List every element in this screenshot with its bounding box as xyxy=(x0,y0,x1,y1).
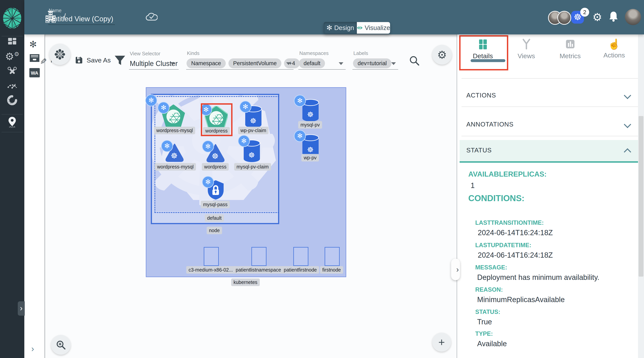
zoom-in-button[interactable] xyxy=(51,335,71,355)
namespace-label[interactable]: default xyxy=(205,214,224,222)
node-label[interactable]: patientlistnamespace xyxy=(234,266,284,274)
sidebar-item-environment[interactable] xyxy=(0,116,24,128)
pv-wp-pv[interactable]: ☸ ✻ xyxy=(302,134,320,157)
sidebar-item-lifecycle[interactable]: ⚙⚙ xyxy=(0,51,24,62)
node-label[interactable]: firstnode xyxy=(320,266,343,274)
labels-arrow-icon[interactable] xyxy=(391,62,396,65)
kind-chip[interactable]: PersistentVolume xyxy=(228,58,281,68)
deployment-wordpress-mysql[interactable]: ✻ xyxy=(162,104,185,128)
pod-wordpress-mysql[interactable]: ☸ ✻ xyxy=(165,143,184,162)
tab-label: Actions xyxy=(592,51,636,59)
tools-icon xyxy=(7,67,17,76)
meshery-badge: ✻ xyxy=(294,130,306,142)
panel-scrollbar-thumb[interactable] xyxy=(638,116,644,277)
node-name-label[interactable]: node xyxy=(206,227,222,234)
node-label[interactable]: wordpress-mysql xyxy=(154,127,195,134)
sidebar-item-configuration[interactable] xyxy=(0,67,24,76)
sidebar-item-performance[interactable] xyxy=(0,81,24,89)
label-chip[interactable]: dev=tutorial xyxy=(353,58,392,68)
node-patientlistnamespace[interactable] xyxy=(252,247,266,266)
tab-label: Views xyxy=(504,52,548,60)
meshery-badge: ✻ xyxy=(294,95,306,107)
namespace-chip[interactable]: default xyxy=(299,58,325,68)
view-selector-arrow-icon[interactable] xyxy=(170,62,175,65)
sidebar-item-extensions[interactable] xyxy=(0,95,24,105)
settings-gear-icon[interactable]: ⚙ xyxy=(592,11,602,23)
section-actions[interactable]: ACTIONS xyxy=(466,92,496,99)
meshery-badge: ✻ xyxy=(202,140,214,152)
add-node-button[interactable]: + xyxy=(432,333,451,352)
node-label[interactable]: mysql-pv-claim xyxy=(234,163,271,170)
lasttransitiontime-key: LASTTRANSITIONTIME: xyxy=(475,219,544,226)
node-patientfirstnode[interactable] xyxy=(293,247,308,266)
node-label[interactable]: wordpress-mysql xyxy=(155,163,196,170)
rail-expand-chevron-icon[interactable]: › xyxy=(31,344,34,353)
node-c3-medium[interactable] xyxy=(204,247,219,266)
node-label[interactable]: wp-pv xyxy=(302,154,319,161)
node-firstnode[interactable] xyxy=(324,247,340,266)
mesh-icon xyxy=(54,49,65,60)
tab-views[interactable]: Views xyxy=(504,39,548,60)
visualize-tab[interactable]: Visualize xyxy=(357,22,390,34)
user-avatar[interactable] xyxy=(625,9,641,25)
design-spiral-icon[interactable]: ✻ xyxy=(29,39,37,50)
pod-wordpress[interactable]: ☸ ✻ xyxy=(206,143,225,163)
tab-metrics[interactable]: Metrics xyxy=(548,39,592,60)
kinds-chips[interactable]: Namespace PersistentVolume +4 xyxy=(186,58,302,68)
save-as-button[interactable]: Save As xyxy=(75,56,111,64)
view-name-input[interactable] xyxy=(48,14,115,25)
pvc-wp-pv-claim[interactable]: ☸ ✻ xyxy=(244,105,262,128)
lasttransitiontime-value: 2024-06-14T16:24:18Z xyxy=(478,229,553,237)
section-annotations[interactable]: ANNOTATIONS xyxy=(466,121,514,128)
edit-pencil-icon[interactable]: ✎ xyxy=(38,58,48,65)
node-label[interactable]: patientfirstnode xyxy=(282,266,319,274)
node-label[interactable]: mysql-pv xyxy=(298,121,322,129)
notifications-bell-icon[interactable] xyxy=(609,11,618,22)
meshery-badge-node: ✻ xyxy=(145,94,157,106)
gear-icon: ⚙ xyxy=(437,49,447,61)
annotation-box-wordpress xyxy=(201,103,232,136)
tab-label: Metrics xyxy=(548,52,592,60)
panel-collapse-handle[interactable]: › xyxy=(451,259,460,280)
tab-actions[interactable]: ☝ Actions xyxy=(592,39,636,59)
sidebar-expand-chevron[interactable]: › xyxy=(18,301,25,316)
sidebar-item-dashboard[interactable] xyxy=(0,37,24,46)
reason-key: REASON: xyxy=(475,286,503,293)
conditions-key: CONDITIONS: xyxy=(468,194,524,203)
design-tab[interactable]: ✻ Design xyxy=(324,22,357,34)
node-label[interactable]: c3-medium-x86-02... xyxy=(186,266,235,274)
pvc-mysql-pv-claim[interactable]: ☸ ✻ xyxy=(243,140,261,162)
kinds-arrow-icon[interactable] xyxy=(286,62,291,65)
meshery-badge: ✻ xyxy=(238,135,250,147)
node-label[interactable]: wordpress xyxy=(202,163,229,170)
cloud-saved-icon[interactable] xyxy=(145,12,158,22)
namespaces-arrow-icon[interactable] xyxy=(339,62,343,65)
speedometer-icon xyxy=(7,81,18,89)
node-label[interactable]: mysql-pass xyxy=(201,201,230,208)
availablereplicas-key: AVAILABLEREPLICAS: xyxy=(468,170,547,178)
plus-icon: + xyxy=(438,336,445,348)
node-label[interactable]: wp-pv-claim xyxy=(238,127,268,134)
secret-mysql-pass[interactable]: ✻ xyxy=(206,180,225,200)
wasm-filter-icon[interactable]: WA xyxy=(29,68,40,77)
kubernetes-context-badge: 2 xyxy=(580,8,589,17)
save-as-label: Save As xyxy=(86,57,111,64)
annotation-box-details-tab xyxy=(459,35,508,70)
labels-chips[interactable]: dev=tutorial xyxy=(353,58,393,68)
visualize-eye-icon xyxy=(357,25,363,31)
section-status-label: STATUS xyxy=(466,147,492,154)
mesh-style-button[interactable] xyxy=(49,44,70,65)
lastupdatetime-value: 2024-06-14T16:24:18Z xyxy=(478,251,553,259)
namespaces-chips[interactable]: default xyxy=(299,58,327,68)
kubernetes-wheel-icon: ☸ xyxy=(250,117,256,125)
pv-mysql-pv[interactable]: ☸ ✻ xyxy=(302,99,320,122)
search-icon[interactable] xyxy=(409,55,420,66)
collaborator-avatar[interactable] xyxy=(557,11,571,25)
namespaces-label: Namespaces xyxy=(299,50,329,56)
kind-chip[interactable]: Namespace xyxy=(186,58,226,68)
filter-icon[interactable] xyxy=(114,55,126,66)
gears-icon: ⚙ xyxy=(5,51,14,62)
cluster-label[interactable]: kubernetes xyxy=(231,278,260,286)
metrics-icon xyxy=(565,39,576,50)
canvas-settings-button[interactable]: ⚙ xyxy=(432,45,452,65)
